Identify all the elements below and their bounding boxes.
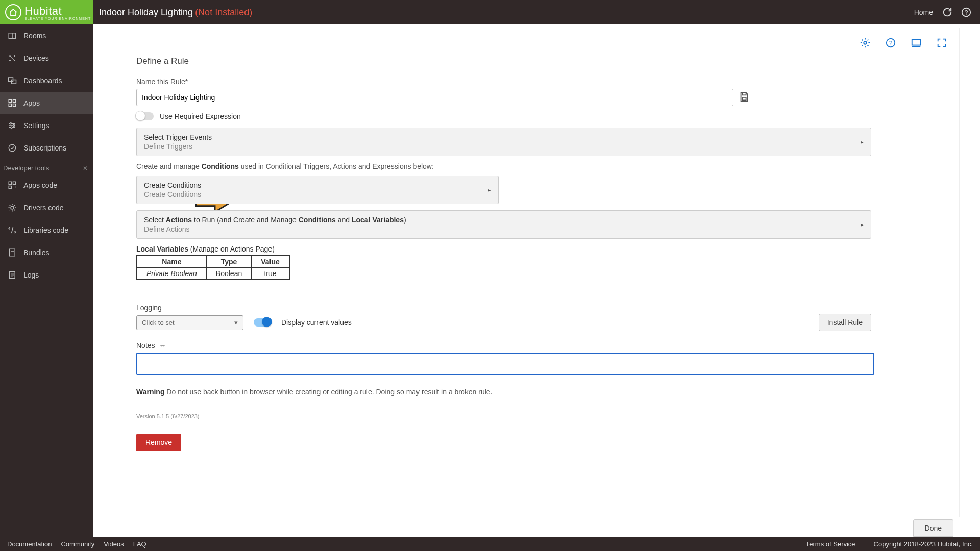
local-vars-table: Name Type Value Private Boolean Boolean … xyxy=(136,255,290,280)
required-expression-label: Use Required Expression xyxy=(160,112,241,120)
sidebar-item-label: Subscriptions xyxy=(23,144,66,152)
logo-icon xyxy=(5,4,21,20)
messages-icon[interactable] xyxy=(941,7,952,18)
remove-button[interactable]: Remove xyxy=(136,434,181,451)
rooms-icon xyxy=(7,31,17,41)
dashboards-icon xyxy=(7,76,17,86)
panel-subtitle: Define Triggers xyxy=(144,142,864,151)
sidebar-item-label: Bundles xyxy=(23,248,50,257)
apps-icon xyxy=(7,98,17,108)
sidebar-item-apps-code[interactable]: + Apps code xyxy=(0,174,93,196)
sidebar-item-apps[interactable]: Apps xyxy=(0,92,93,114)
sidebar-item-label: Settings xyxy=(23,121,50,130)
cell-value: true xyxy=(252,268,289,280)
display-values-toggle[interactable] xyxy=(254,318,271,327)
svg-text:+: + xyxy=(14,185,17,189)
chevron-right-icon: ▸ xyxy=(861,221,864,228)
version-text: Version 5.1.5 (6/27/2023) xyxy=(136,413,951,419)
col-name: Name xyxy=(137,256,206,268)
header-bar: Hubitat ELEVATE YOUR ENVIRONMENT Indoor … xyxy=(0,0,980,24)
footer-link-community[interactable]: Community xyxy=(61,540,94,548)
select-actions-panel[interactable]: Select Actions to Run (and Create and Ma… xyxy=(136,210,871,239)
sidebar-item-label: Drivers code xyxy=(23,204,64,212)
svg-rect-34 xyxy=(742,92,746,95)
help-circle-icon[interactable]: ? xyxy=(885,37,897,49)
sidebar-item-devices[interactable]: Devices xyxy=(0,47,93,69)
logging-dropdown[interactable]: Click to set ▾ xyxy=(136,315,243,330)
sidebar-item-drivers-code[interactable]: Drivers code xyxy=(0,196,93,219)
sidebar-item-bundles[interactable]: Bundles xyxy=(0,241,93,264)
footer-link-faq[interactable]: FAQ xyxy=(133,540,146,548)
page-title: Indoor Holiday Lighting xyxy=(93,7,193,18)
table-row: Private Boolean Boolean true xyxy=(137,268,289,280)
section-heading: Define a Rule xyxy=(136,56,951,66)
sidebar-section-developer[interactable]: Developer tools ✕ xyxy=(0,159,93,174)
sidebar-item-label: Apps xyxy=(23,99,40,107)
svg-point-17 xyxy=(9,144,16,152)
col-type: Type xyxy=(206,256,251,268)
svg-point-14 xyxy=(10,123,12,124)
sidebar-item-rooms[interactable]: Rooms xyxy=(0,24,93,47)
fullscreen-icon[interactable] xyxy=(936,37,948,49)
logs-icon xyxy=(7,270,17,280)
svg-rect-35 xyxy=(742,97,746,100)
brand-logo[interactable]: Hubitat ELEVATE YOUR ENVIRONMENT xyxy=(0,0,93,24)
svg-rect-11 xyxy=(13,99,16,102)
svg-point-16 xyxy=(11,127,12,128)
rule-name-input[interactable] xyxy=(136,89,733,106)
done-button[interactable]: Done xyxy=(913,519,953,537)
sidebar-section-label: Developer tools xyxy=(3,164,49,172)
sidebar: Rooms Devices Dashboards Apps Settings S… xyxy=(0,24,93,537)
panel-title: Create Conditions xyxy=(144,181,491,189)
install-rule-button[interactable]: Install Rule xyxy=(819,314,871,331)
sidebar-item-libraries-code[interactable]: Libraries code xyxy=(0,219,93,241)
local-vars-heading: Local Variables (Manage on Actions Page) xyxy=(136,245,951,253)
collapse-icon: ✕ xyxy=(83,165,88,172)
resize-icon: ↔ xyxy=(159,341,166,349)
chevron-right-icon: ▸ xyxy=(488,187,491,193)
chevron-right-icon: ▸ xyxy=(861,139,864,145)
sidebar-item-label: Apps code xyxy=(23,181,57,189)
libraries-code-icon xyxy=(7,225,17,235)
gear-icon[interactable] xyxy=(859,37,871,49)
required-expression-toggle[interactable] xyxy=(136,112,154,120)
trigger-events-panel[interactable]: Select Trigger Events Define Triggers ▸ xyxy=(136,128,871,156)
apps-code-icon: + xyxy=(7,180,17,190)
brand-name: Hubitat xyxy=(24,5,62,17)
create-conditions-panel[interactable]: Create Conditions Create Conditions ▸ xyxy=(136,176,499,204)
bundles-icon xyxy=(7,247,17,258)
dropdown-value: Click to set xyxy=(142,319,175,327)
svg-rect-19 xyxy=(13,182,16,184)
svg-point-29 xyxy=(864,41,867,44)
footer-bar: Documentation Community Videos FAQ Terms… xyxy=(0,537,980,551)
name-label: Name this Rule* xyxy=(136,78,951,86)
sidebar-item-dashboards[interactable]: Dashboards xyxy=(0,69,93,92)
subscriptions-icon xyxy=(7,143,17,153)
svg-rect-32 xyxy=(912,40,921,45)
footer-link-documentation[interactable]: Documentation xyxy=(7,540,52,548)
svg-rect-12 xyxy=(9,104,11,107)
footer-link-tos[interactable]: Terms of Service xyxy=(806,540,855,548)
drivers-code-icon xyxy=(7,203,17,213)
display-icon[interactable] xyxy=(910,37,922,49)
footer-link-videos[interactable]: Videos xyxy=(104,540,124,548)
save-icon[interactable] xyxy=(739,91,750,104)
devices-icon xyxy=(7,53,17,63)
content-area: ? Define a Rule Name this Rule* Use Requ… xyxy=(93,24,980,537)
sidebar-item-logs[interactable]: Logs xyxy=(0,264,93,286)
sidebar-item-settings[interactable]: Settings xyxy=(0,114,93,137)
panel-title: Select Trigger Events xyxy=(144,133,864,141)
help-icon[interactable]: ? xyxy=(961,7,972,18)
col-value: Value xyxy=(252,256,289,268)
sidebar-item-subscriptions[interactable]: Subscriptions xyxy=(0,137,93,159)
svg-rect-10 xyxy=(9,99,11,102)
home-link[interactable]: Home xyxy=(914,8,933,16)
sidebar-item-label: Libraries code xyxy=(23,226,68,234)
notes-heading: Notes ↔ xyxy=(136,341,951,349)
cell-name: Private Boolean xyxy=(137,268,206,280)
warning-text: Warning Do not use back button in browse… xyxy=(136,388,951,396)
sidebar-item-label: Logs xyxy=(23,271,39,279)
panel-subtitle: Create Conditions xyxy=(144,190,491,198)
panel-subtitle: Define Actions xyxy=(144,225,864,233)
notes-textarea[interactable] xyxy=(136,353,874,375)
